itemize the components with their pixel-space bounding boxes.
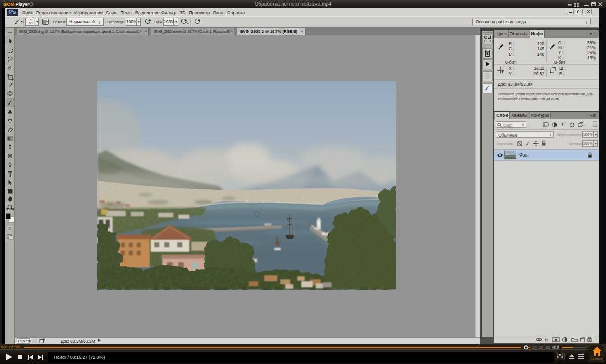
- svg-text:fx: fx: [545, 337, 548, 342]
